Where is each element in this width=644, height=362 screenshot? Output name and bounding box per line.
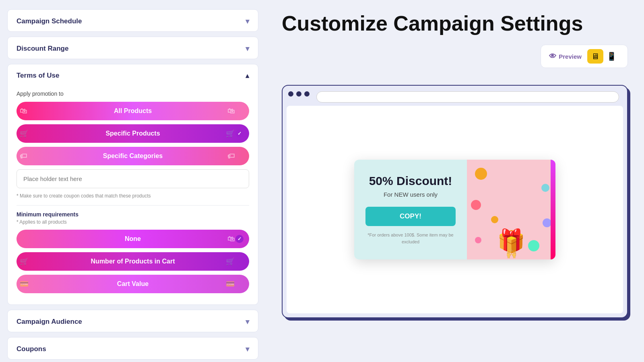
product-search-input[interactable]: [17, 169, 249, 188]
discount-range-accordion[interactable]: Discount Range ▾: [7, 37, 258, 59]
campaign-audience-chevron: ▾: [246, 317, 249, 326]
section-divider: [17, 205, 249, 206]
all-products-label: All Products: [114, 107, 152, 114]
specific-products-deco-left: 🛒: [20, 129, 29, 138]
browser-dot-2: [296, 91, 301, 97]
specific-categories-label: Specific Categories: [103, 152, 163, 159]
discount-title: 50% Discount!: [369, 174, 452, 188]
num-products-deco-right: 🛒: [226, 257, 235, 266]
url-bar: [316, 91, 619, 103]
left-panel: Campaign Schedule ▾ Discount Range ▾ Ter…: [0, 0, 266, 362]
desktop-preview-button[interactable]: 🖥: [587, 49, 603, 64]
right-accent-bar: [551, 160, 555, 259]
discount-sub: For NEW users only: [384, 191, 438, 198]
coupons-chevron: ▾: [246, 345, 249, 354]
min-req-sub: * Applies to all products: [17, 219, 249, 225]
none-deco-right: 🛍: [227, 234, 235, 243]
gift-illustration: 🎁 🙌: [497, 230, 525, 259]
terms-of-use-chevron: ▴: [246, 72, 249, 80]
discount-range-chevron: ▾: [246, 44, 249, 53]
deco-dot-4: [491, 216, 498, 223]
specific-categories-button[interactable]: 🏷 Specific Categories 🏷: [17, 147, 249, 165]
terms-of-use-label: Terms of Use: [17, 72, 59, 80]
discount-range-header[interactable]: Discount Range ▾: [8, 37, 258, 59]
terms-of-use-body: Apply promotion to 🛍 All Products 🛍 🛒 Sp…: [8, 87, 258, 304]
deco-dot-6: [475, 237, 481, 243]
terms-of-use-header[interactable]: Terms of Use ▴: [8, 64, 258, 87]
cart-value-deco-left: 💳: [20, 280, 29, 288]
specific-products-check: ✓: [235, 130, 244, 138]
mobile-preview-button[interactable]: 📱: [603, 49, 619, 64]
page-title: Customize Campaign Settings: [282, 12, 628, 35]
hint-text: * Make sure to create coupon codes that …: [17, 192, 249, 200]
copy-button[interactable]: COPY!: [365, 207, 456, 226]
mobile-icon: 📱: [607, 51, 617, 61]
cart-value-deco-right: 💳: [226, 280, 235, 288]
specific-categories-deco-left: 🏷: [20, 152, 27, 160]
preview-label: 👁 Preview: [549, 52, 582, 61]
campaign-audience-label: Campaign Audience: [17, 318, 82, 326]
deco-dot-3: [471, 200, 481, 210]
preview-bar: 👁 Preview 🖥 📱: [541, 45, 628, 68]
browser-content: 50% Discount! For NEW users only COPY! *…: [287, 106, 623, 313]
discount-range-label: Discount Range: [17, 45, 68, 53]
num-products-deco-left: 🛒: [20, 257, 29, 266]
browser-dots: [287, 90, 623, 106]
specific-categories-deco-right: 🏷: [227, 152, 235, 160]
coupons-header[interactable]: Coupons ▾: [8, 337, 258, 360]
desktop-icon: 🖥: [591, 52, 599, 61]
terms-of-use-section: Terms of Use ▴ Apply promotion to 🛍 All …: [7, 64, 258, 305]
apply-promotion-label: Apply promotion to: [17, 90, 249, 97]
campaign-schedule-label: Campaign Schedule: [17, 17, 82, 25]
deco-dot-7: [528, 240, 539, 251]
num-products-button[interactable]: 🛒 Number of Products in Cart 🛒: [17, 252, 249, 271]
deco-dot-2: [541, 184, 549, 192]
browser-dot-3: [304, 91, 310, 97]
right-panel: Customize Campaign Settings 👁 Preview 🖥 …: [266, 0, 644, 362]
all-products-deco-right: 🛍: [227, 107, 235, 115]
campaign-audience-accordion[interactable]: Campaign Audience ▾: [7, 310, 258, 332]
popup-left: 50% Discount! For NEW users only COPY! *…: [354, 160, 467, 259]
campaign-schedule-accordion[interactable]: Campaign Schedule ▾: [7, 9, 258, 32]
deco-dot-1: [475, 168, 487, 180]
none-check: ✓: [235, 235, 244, 243]
campaign-schedule-header[interactable]: Campaign Schedule ▾: [8, 10, 258, 32]
popup-right: 🎁 🙌: [467, 160, 555, 259]
all-products-button[interactable]: 🛍 All Products 🛍: [17, 102, 249, 120]
fine-print: *For orders above 100$. Some item may be…: [365, 232, 456, 245]
cart-value-button[interactable]: 💳 Cart Value 💳: [17, 275, 249, 293]
coupons-accordion[interactable]: Coupons ▾: [7, 337, 258, 360]
eye-icon: 👁: [549, 52, 556, 61]
popup-card: 50% Discount! For NEW users only COPY! *…: [354, 160, 555, 259]
specific-products-deco-right: 🛒: [226, 129, 235, 138]
deco-dot-5: [543, 218, 551, 227]
specific-products-label: Specific Products: [105, 130, 160, 137]
browser-frame: 50% Discount! For NEW users only COPY! *…: [282, 85, 628, 318]
campaign-schedule-chevron: ▾: [246, 17, 249, 26]
browser-dot-1: [288, 91, 293, 97]
min-req-label: Minimum requirements: [17, 211, 249, 218]
all-products-deco-left: 🛍: [20, 107, 27, 115]
hands-emoji: 🙌: [497, 249, 525, 259]
num-products-label: Number of Products in Cart: [91, 258, 175, 265]
coupons-label: Coupons: [17, 345, 46, 353]
none-button[interactable]: None 🛍 ✓: [17, 230, 249, 248]
none-label: None: [125, 235, 141, 242]
cart-value-label: Cart Value: [117, 280, 149, 287]
specific-products-button[interactable]: 🛒 Specific Products 🛒 ✓: [17, 124, 249, 143]
campaign-audience-header[interactable]: Campaign Audience ▾: [8, 310, 258, 332]
